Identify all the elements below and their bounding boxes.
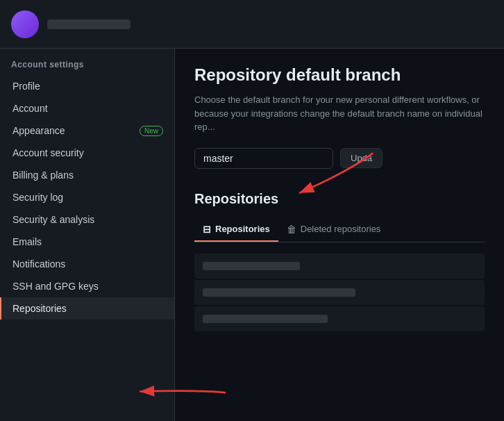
sidebar-item-label: Profile	[12, 81, 40, 92]
sidebar-item-label: Emails	[12, 236, 42, 247]
repo-name-blurred	[203, 315, 328, 323]
branch-input[interactable]	[194, 148, 333, 169]
branch-input-row: Upda	[194, 148, 485, 169]
sidebar-item-appearance[interactable]: Appearance New	[0, 119, 174, 142]
tab-deleted-repositories[interactable]: 🗑 Deleted repositories	[278, 218, 389, 242]
repo-icon: ⊟	[203, 224, 211, 235]
sidebar-item-profile[interactable]: Profile	[0, 75, 174, 97]
tab-repositories[interactable]: ⊟ Repositories	[194, 218, 278, 242]
sidebar-item-account-security[interactable]: Account security	[0, 142, 174, 164]
sidebar-item-billing[interactable]: Billing & plans	[0, 164, 174, 186]
sidebar-item-label: Billing & plans	[12, 170, 74, 181]
trash-icon: 🗑	[287, 224, 296, 235]
top-bar	[0, 0, 504, 49]
sidebar-item-security-log[interactable]: Security log	[0, 186, 174, 208]
table-row	[194, 280, 485, 305]
description-text: Choose the default branch for your new p…	[194, 93, 485, 134]
sidebar-item-label: Security log	[12, 192, 63, 203]
sidebar-item-repositories[interactable]: Repositories	[0, 297, 174, 320]
sidebar-item-ssh-gpg[interactable]: SSH and GPG keys	[0, 275, 174, 297]
sidebar-item-label: Account security	[12, 147, 84, 158]
content-wrapper: Account settings Profile Account Appeara…	[0, 49, 504, 421]
repo-name-blurred	[203, 288, 355, 297]
sidebar-item-account[interactable]: Account	[0, 97, 174, 119]
tab-deleted-label: Deleted repositories	[301, 224, 381, 234]
sidebar-item-label: Appearance	[12, 125, 65, 136]
sidebar-item-notifications[interactable]: Notifications	[0, 253, 174, 275]
sidebar-item-security-analysis[interactable]: Security & analysis	[0, 208, 174, 231]
sidebar-item-label: SSH and GPG keys	[12, 281, 99, 292]
repos-tabs: ⊟ Repositories 🗑 Deleted repositories	[194, 218, 485, 242]
repo-name-blurred	[203, 262, 300, 270]
new-badge: New	[140, 126, 163, 136]
sidebar-section-header: Account settings	[0, 54, 174, 75]
repos-section-title: Repositories	[194, 191, 485, 207]
sidebar-item-label: Security & analysis	[12, 214, 94, 225]
sidebar-item-label: Repositories	[12, 303, 67, 314]
page-title: Repository default branch	[194, 65, 485, 85]
table-row	[194, 254, 485, 279]
sidebar-item-label: Notifications	[12, 258, 65, 270]
username-blurred	[47, 19, 131, 29]
sidebar: Account settings Profile Account Appeara…	[0, 49, 175, 421]
main-content: Repository default branch Choose the def…	[175, 49, 504, 421]
avatar	[11, 10, 39, 38]
repo-list	[194, 254, 485, 331]
sidebar-item-label: Account	[12, 103, 48, 114]
tab-repositories-label: Repositories	[215, 224, 270, 234]
table-row	[194, 306, 485, 331]
update-button[interactable]: Upda	[340, 148, 383, 168]
sidebar-item-emails[interactable]: Emails	[0, 231, 174, 253]
